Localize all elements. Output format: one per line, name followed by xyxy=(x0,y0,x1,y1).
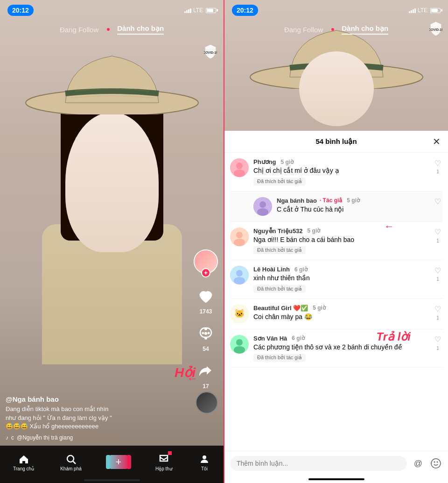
heart-icon xyxy=(195,285,217,307)
avatar-phuong[interactable] xyxy=(230,158,249,177)
battery-icon-right xyxy=(430,8,441,13)
comment-button[interactable]: 54 xyxy=(195,322,217,352)
comments-section: 54 bình luận ✕ Trả lời ← Phương xyxy=(224,131,448,483)
music-note-icon: ♪ xyxy=(6,434,8,441)
signal-area-left: LTE xyxy=(184,7,216,14)
status-bar-left: 20:12 LTE xyxy=(0,0,224,21)
svg-point-8 xyxy=(208,332,210,334)
covid-shield-right[interactable]: COVID-19 xyxy=(429,21,442,38)
liked-badge-6: Đã thích bởi tác giả xyxy=(253,354,306,362)
nav-for-you-right[interactable]: Dành cho bạn xyxy=(342,24,388,35)
hat-svg xyxy=(23,30,201,114)
search-icon xyxy=(65,453,77,465)
avatar-svg-son xyxy=(230,335,249,354)
avatar-svg-beautiful: 🐱 xyxy=(230,305,249,323)
share-button[interactable]: 17 xyxy=(195,360,217,390)
like-heart-icon-3: ♡ xyxy=(433,227,442,237)
comment-body-1: Phương 5 giờ Chị ơi chị cắt mí ở đâu vậy… xyxy=(253,158,428,185)
comments-list[interactable]: Trả lời ← Phương 5 giờ Chị ơi chị c xyxy=(224,153,448,451)
comment-like-2[interactable]: ♡ xyxy=(433,197,442,206)
comment-like-6[interactable]: ♡ 1 xyxy=(433,335,442,351)
like-button[interactable]: 1743 xyxy=(195,285,217,315)
nav-inbox-label: Hộp thư xyxy=(155,466,172,471)
comment-text-5: Coi chân mày pa 😂 xyxy=(253,313,428,322)
comment-count: 54 xyxy=(203,346,209,352)
nav-following-left[interactable]: Đang Follow xyxy=(60,26,98,34)
comment-text-3: Nga ơi!!! E bán cho a cái bánh bao xyxy=(253,235,428,245)
avatar-son[interactable] xyxy=(230,335,249,354)
battery-fill-left xyxy=(207,9,213,12)
svg-point-16 xyxy=(234,170,245,177)
home-svg xyxy=(18,454,29,465)
svg-text:🐱: 🐱 xyxy=(234,308,245,319)
username-label[interactable]: @Nga bánh bao xyxy=(6,395,191,403)
avatar-beautiful[interactable]: 🐱 xyxy=(230,305,249,323)
nav-for-you-left[interactable]: Dành cho bạn xyxy=(117,24,164,35)
avatar-nga[interactable] xyxy=(253,197,272,216)
covid-shield-left[interactable]: COVID-19 xyxy=(203,44,218,59)
nav-profile-button[interactable]: Tôi xyxy=(198,453,210,471)
comment-body-3: Nguyễn Triệu532 5 giờ Nga ơi!!! E bán ch… xyxy=(253,227,428,255)
nav-explore-label: Khám phá xyxy=(60,466,82,471)
comment-text-1: Chị ơi chị cắt mí ở đâu vậy ạ xyxy=(253,166,428,176)
like-heart-icon-5: ♡ xyxy=(433,305,442,314)
at-icon[interactable]: @ xyxy=(412,457,425,470)
comment-like-5[interactable]: ♡ 1 xyxy=(433,305,442,320)
music-note-char: c xyxy=(11,434,14,441)
comment-body-5: Beautiful Girl ❤️✅ 5 giờ Coi chân mày pa… xyxy=(253,305,428,322)
comment-text-6: Các phương tiện thô sơ và xe 2 bánh di c… xyxy=(253,343,428,352)
avatar-nguyen[interactable] xyxy=(230,227,249,246)
nav-create-button[interactable]: + xyxy=(108,455,129,469)
nav-dot-right xyxy=(331,28,334,31)
comment-svg xyxy=(197,325,214,342)
nav-following-right[interactable]: Đang Follow xyxy=(284,26,323,34)
right-comments-panel: 20:12 LTE Đang Follow Dành cho bạn xyxy=(224,0,448,483)
heart-svg xyxy=(197,288,214,305)
creator-avatar-container[interactable]: + xyxy=(194,249,218,274)
avatar-svg-nga xyxy=(253,197,272,216)
svg-point-15 xyxy=(236,163,243,169)
comment-like-3[interactable]: ♡ 1 xyxy=(433,227,442,243)
music-artist-label[interactable]: @Nguyễn thị trà giang xyxy=(17,434,73,441)
share-count: 17 xyxy=(203,383,209,390)
svg-point-19 xyxy=(257,208,268,216)
svg-line-10 xyxy=(73,461,76,464)
comment-author-3: Nguyễn Triệu532 5 giờ xyxy=(253,227,428,234)
like-count-5: 1 xyxy=(436,315,439,320)
status-bar-right: 20:12 LTE xyxy=(224,0,448,21)
nav-dot-left xyxy=(107,28,110,31)
close-comments-button[interactable]: ✕ xyxy=(433,136,441,147)
home-icon xyxy=(18,453,30,465)
signal-bar-1 xyxy=(184,11,186,13)
nav-inbox-button[interactable]: Hộp thư xyxy=(155,453,172,471)
top-nav-right: Đang Follow Dành cho bạn COVID-19 xyxy=(224,21,448,38)
avatar-le[interactable] xyxy=(230,266,249,284)
time-display-left: 20:12 xyxy=(7,5,34,16)
comment-text-2: C cắt ở Thu cúc hà nội xyxy=(277,205,428,214)
search-svg xyxy=(65,454,77,465)
nav-home-label: Trang chủ xyxy=(13,466,34,471)
follow-plus-button[interactable]: + xyxy=(201,268,210,277)
nav-explore-button[interactable]: Khám phá xyxy=(60,453,82,471)
comment-like-1[interactable]: ♡ 1 xyxy=(433,158,442,174)
liked-badge-4: Đã thích bởi tác giả xyxy=(253,285,306,293)
tra-loi-annotation: Trả lời xyxy=(376,330,411,343)
nav-home-button[interactable]: Trang chủ xyxy=(13,453,34,471)
comment-input-field[interactable] xyxy=(230,456,407,471)
comment-body-2: Nga bánh bao · Tác giả 5 giờ C cắt ở Thu… xyxy=(277,197,428,214)
svg-point-30 xyxy=(234,346,245,354)
comment-author-4: Lê Hoài Linh 6 giờ xyxy=(253,266,428,273)
music-row: ♪ c @Nguyễn thị trà giang xyxy=(6,434,191,441)
comment-item-1: Phương 5 giờ Chị ơi chị cắt mí ở đâu vậy… xyxy=(230,153,442,192)
top-nav-left: Đang Follow Dành cho bạn COVID-19 xyxy=(0,21,224,38)
comment-icon xyxy=(195,322,217,345)
like-count-6: 1 xyxy=(436,345,439,351)
inbox-svg xyxy=(158,454,169,465)
caption-line1: Đang diễn tiktok mà bao con mắt nhìn như… xyxy=(6,405,191,431)
emoji-icon[interactable] xyxy=(429,457,442,470)
svg-point-7 xyxy=(205,332,207,334)
shield-svg-left: COVID-19 xyxy=(204,44,217,59)
inbox-icon xyxy=(158,453,170,465)
svg-point-29 xyxy=(236,339,243,346)
comment-like-4[interactable]: ♡ 1 xyxy=(433,266,442,282)
